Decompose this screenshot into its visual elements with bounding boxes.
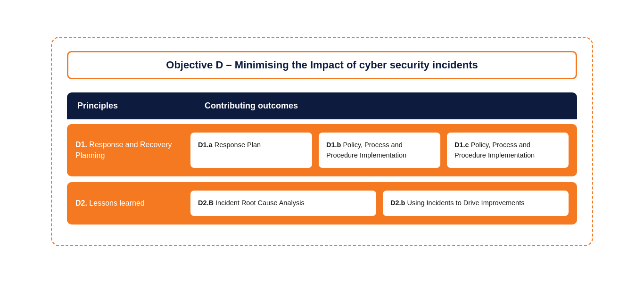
outcome-d2b-cap-id: D2.B [198,199,215,207]
data-row-d2: D2. Lessons learned D2.B Incident Root C… [67,182,577,225]
table-area: Principles Contributing outcomes D1. Res… [67,92,577,230]
title-box: Objective D – Minimising the Impact of c… [67,51,577,79]
outcome-d1c-id: D1.c [454,141,471,149]
outcome-d1b-id: D1.b [326,141,343,149]
main-container: Objective D – Minimising the Impact of c… [51,37,593,246]
outcome-d1a: D1.a Response Plan [190,133,312,168]
header-principles-label: Principles [77,101,118,110]
outcome-d2b: D2.b Using Incidents to Drive Improvemen… [383,191,569,216]
outcomes-d1: D1.a Response Plan D1.b Policy, Process … [190,133,569,168]
outcome-d2b-id: D2.b [390,199,407,207]
outcomes-d2: D2.B Incident Root Cause Analysis D2.b U… [190,191,569,216]
page-title: Objective D – Minimising the Impact of c… [166,59,478,71]
principle-d1-text: Response and Recovery Planning [75,141,172,159]
outcome-d1c: D1.c Policy, Process and Procedure Imple… [447,133,569,168]
outcome-d2b-cap: D2.B Incident Root Cause Analysis [190,191,376,216]
header-outcomes-cell: Contributing outcomes [194,92,577,119]
header-principles-cell: Principles [67,92,194,119]
outcome-d2b-text: Using Incidents to Drive Improvements [407,199,524,207]
outcome-d1b: D1.b Policy, Process and Procedure Imple… [319,133,440,168]
principle-d2-text: Lessons learned [89,199,144,207]
principle-d1: D1. Response and Recovery Planning [75,140,184,161]
outcome-d2b-cap-text: Incident Root Cause Analysis [215,199,305,207]
outcome-d1a-id: D1.a [198,141,215,149]
header-row: Principles Contributing outcomes [67,92,577,119]
data-row-d1: D1. Response and Recovery Planning D1.a … [67,124,577,177]
principle-d2: D2. Lessons learned [75,198,184,208]
header-outcomes-label: Contributing outcomes [205,101,298,110]
principle-d1-id: D1. [75,141,89,149]
outcome-d1a-text: Response Plan [215,141,261,149]
principle-d2-id: D2. [75,199,89,207]
